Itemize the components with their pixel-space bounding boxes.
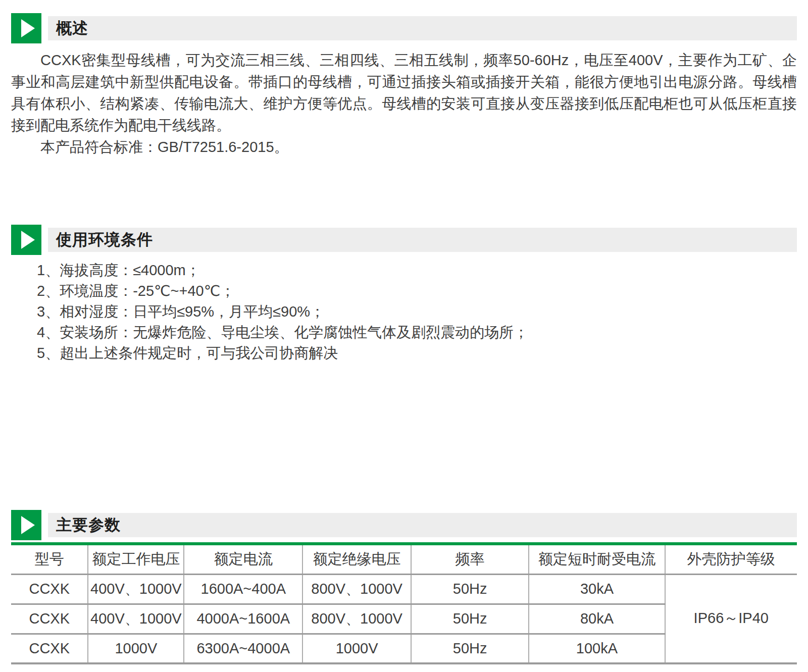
- table-cell: CCXK: [11, 634, 88, 663]
- table-cell: 50Hz: [411, 634, 529, 663]
- section-title-bar: 主要参数: [48, 513, 797, 537]
- table-cell: 50Hz: [411, 574, 529, 604]
- table-header-cell: 额定短时耐受电流: [529, 544, 665, 574]
- triangle-icon: [21, 19, 35, 37]
- section-header-parameters: 主要参数: [11, 510, 797, 540]
- section-title-environment: 使用环境条件: [56, 229, 153, 250]
- overview-paragraph: CCXK密集型母线槽，可为交流三相三线、三相四线、三相五线制，频率50-60Hz…: [11, 49, 797, 136]
- table-cell: 800V、1000V: [302, 574, 411, 604]
- section-header-overview: 概述: [11, 13, 797, 43]
- table-cell: 400V、1000V: [88, 574, 184, 604]
- table-cell: 100kA: [529, 634, 665, 663]
- section-title-parameters: 主要参数: [56, 514, 121, 536]
- table-cell: 1600A~400A: [184, 574, 302, 604]
- table-header-cell: 频率: [411, 544, 529, 574]
- standard-note: 本产品符合标准：GB/T7251.6-2015。: [11, 136, 797, 158]
- environment-conditions-list: 1、海拔高度：≤4000m； 2、环境温度：-25℃~+40℃； 3、相对湿度：…: [37, 260, 797, 364]
- table-header-row: 型号 额定工作电压 额定电流 额定绝缘电压 频率 额定短时耐受电流 外壳防护等级: [11, 544, 797, 574]
- table-header-cell: 额定工作电压: [88, 544, 184, 574]
- section-title-overview: 概述: [56, 18, 88, 39]
- table-cell: 50Hz: [411, 604, 529, 634]
- table-cell: 30kA: [529, 574, 665, 604]
- play-icon: [11, 13, 41, 43]
- table-row: CCXK 400V、1000V 1600A~400A 800V、1000V 50…: [11, 574, 797, 604]
- table-cell: 1000V: [88, 634, 184, 663]
- catalog-page: 概述 CCXK密集型母线槽，可为交流三相三线、三相四线、三相五线制，频率50-6…: [0, 13, 808, 672]
- list-item: 2、环境温度：-25℃~+40℃；: [37, 281, 797, 301]
- table-cell: 1000V: [302, 634, 411, 663]
- table-cell: 400V、1000V: [88, 604, 184, 634]
- triangle-icon: [21, 231, 35, 249]
- table-cell: 80kA: [529, 604, 665, 634]
- parameters-table: 型号 额定工作电压 额定电流 额定绝缘电压 频率 额定短时耐受电流 外壳防护等级…: [11, 542, 797, 664]
- table-header-cell: 额定电流: [184, 544, 302, 574]
- table-cell: 6300A~4000A: [184, 634, 302, 663]
- play-icon: [11, 510, 41, 540]
- list-item: 3、相对湿度：日平均≤95%，月平均≤90%；: [37, 301, 797, 322]
- section-title-bar: 概述: [48, 16, 797, 40]
- table-cell: 4000A~1600A: [184, 604, 302, 634]
- table-cell: 800V、1000V: [302, 604, 411, 634]
- table-header-cell: 额定绝缘电压: [302, 544, 411, 574]
- play-icon: [11, 225, 41, 255]
- triangle-icon: [21, 516, 35, 534]
- section-title-bar: 使用环境条件: [48, 228, 797, 252]
- table-cell-protection-rating: IP66～IP40: [665, 574, 797, 663]
- list-item: 4、安装场所：无爆炸危险、导电尘埃、化学腐蚀性气体及剧烈震动的场所；: [37, 322, 797, 343]
- table-cell: CCXK: [11, 604, 88, 634]
- list-item: 1、海拔高度：≤4000m；: [37, 260, 797, 281]
- overview-text-block: CCXK密集型母线槽，可为交流三相三线、三相四线、三相五线制，频率50-60Hz…: [11, 49, 797, 158]
- table-header-cell: 型号: [11, 544, 88, 574]
- section-header-environment: 使用环境条件: [11, 225, 797, 255]
- list-item: 5、超出上述条件规定时，可与我公司协商解决: [37, 343, 797, 364]
- table-header-cell: 外壳防护等级: [665, 544, 797, 574]
- table-cell: CCXK: [11, 574, 88, 604]
